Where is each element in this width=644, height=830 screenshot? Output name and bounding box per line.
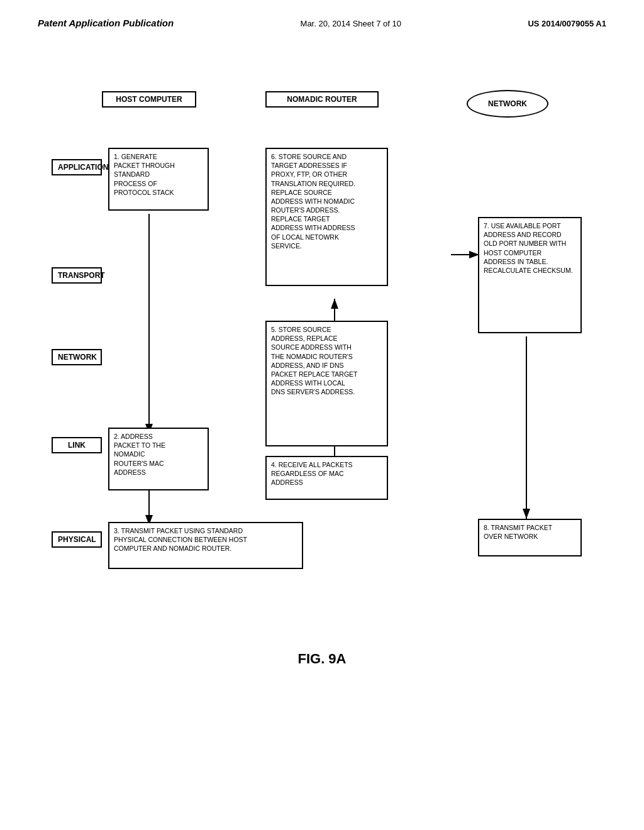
step4-box: 4. RECEIVE ALL PACKETS REGARDLESS OF MAC… <box>265 456 388 500</box>
row-application: APPLICATION <box>52 159 102 175</box>
col-nomadic: NOMADIC ROUTER <box>265 91 379 108</box>
step6-box: 6. STORE SOURCE AND TARGET ADDRESSES IF … <box>265 148 388 286</box>
header-right: US 2014/0079055 A1 <box>528 19 606 28</box>
row-transport: TRANSPORT <box>52 267 102 284</box>
step7-box: 7. USE AVAILABLE PORT ADDRESS AND RECORD… <box>478 217 582 333</box>
step1-box: 1. GENERATE PACKET THROUGH STANDARD PROC… <box>108 148 209 211</box>
step3-box: 3. TRANSMIT PACKET USING STANDARD PHYSIC… <box>108 522 303 569</box>
header-left: Patent Application Publication <box>38 18 174 28</box>
step5-box: 5. STORE SOURCE ADDRESS, REPLACE SOURCE … <box>265 321 388 446</box>
row-physical: PHYSICAL <box>52 531 102 548</box>
row-network: NETWORK <box>52 349 102 365</box>
figure-caption: FIG. 9A <box>0 651 644 667</box>
step8-box: 8. TRANSMIT PACKET OVER NETWORK <box>478 519 582 556</box>
row-link: LINK <box>52 437 102 453</box>
page-header: Patent Application Publication Mar. 20, … <box>0 0 644 28</box>
step2-box: 2. ADDRESS PACKET TO THE NOMADIC ROUTER'… <box>108 428 209 490</box>
header-center: Mar. 20, 2014 Sheet 7 of 10 <box>301 19 401 28</box>
col-network: NETWORK <box>467 90 548 118</box>
col-host: HOST COMPUTER <box>102 91 196 108</box>
diagram-area: HOST COMPUTER NOMADIC ROUTER NETWORK APP… <box>52 66 592 632</box>
